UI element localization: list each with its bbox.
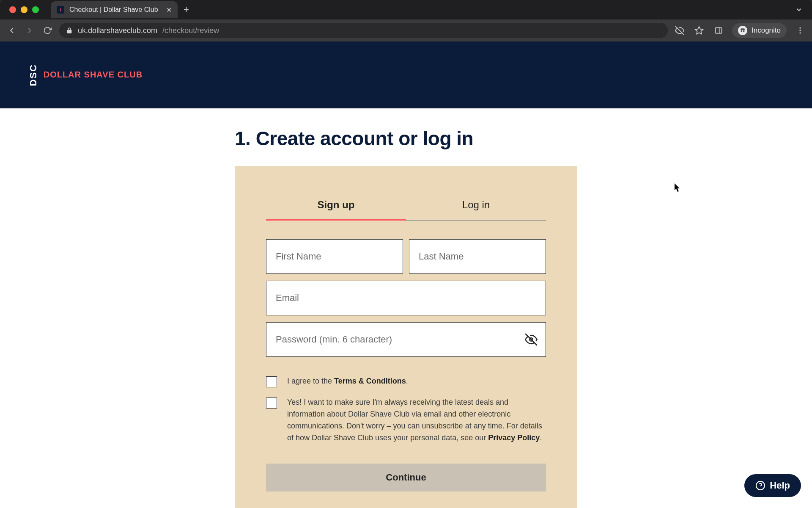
panel-icon[interactable] [713, 25, 724, 36]
address-bar[interactable]: uk.dollarshaveclub.com/checkout/review [59, 23, 668, 38]
marketing-label: Yes! I want to make sure I'm always rece… [287, 397, 546, 444]
toolbar-right: Incognito [674, 23, 806, 38]
help-icon [755, 480, 765, 491]
step-title: 1. Create account or log in [235, 127, 577, 150]
url-host: uk.dollarshaveclub.com [78, 26, 157, 35]
terms-link[interactable]: Terms & Conditions [334, 377, 406, 385]
first-name-input[interactable] [266, 239, 403, 274]
favicon-icon: i [57, 6, 64, 14]
incognito-icon [738, 26, 747, 35]
tab-signup[interactable]: Sign up [266, 191, 406, 220]
incognito-chip[interactable]: Incognito [732, 23, 787, 38]
tab-signup-label: Sign up [318, 199, 355, 210]
svg-point-7 [799, 32, 801, 33]
logo-mark: DSC [30, 64, 38, 86]
help-button[interactable]: Help [744, 474, 801, 497]
toolbar: uk.dollarshaveclub.com/checkout/review I… [0, 19, 812, 41]
svg-point-5 [799, 28, 801, 29]
privacy-link[interactable]: Privacy Policy [488, 433, 540, 442]
fullscreen-window-button[interactable] [32, 6, 39, 13]
continue-button[interactable]: Continue [266, 464, 546, 491]
terms-suffix: . [406, 377, 408, 385]
email-input[interactable] [266, 281, 546, 315]
titlebar: i Checkout | Dollar Shave Club ✕ + [0, 0, 812, 19]
terms-label: I agree to the Terms & Conditions. [287, 375, 408, 387]
close-tab-button[interactable]: ✕ [166, 6, 172, 14]
terms-prefix: I agree to the [287, 377, 334, 385]
signup-form: I agree to the Terms & Conditions. Yes! … [266, 239, 546, 491]
new-tab-button[interactable]: + [184, 4, 189, 15]
browser-tab[interactable]: i Checkout | Dollar Shave Club ✕ [51, 1, 178, 18]
site-header: DSC DOLLAR SHAVE CLUB [0, 41, 812, 108]
window-controls [0, 6, 39, 13]
minimize-window-button[interactable] [21, 6, 27, 13]
auth-card: Sign up Log in [235, 166, 577, 508]
marketing-row: Yes! I want to make sure I'm always rece… [266, 397, 546, 444]
browser-chrome: i Checkout | Dollar Shave Club ✕ + uk.do… [0, 0, 812, 41]
tab-login[interactable]: Log in [406, 191, 546, 220]
brand-logo[interactable]: DSC DOLLAR SHAVE CLUB [30, 64, 143, 86]
svg-marker-0 [695, 27, 703, 34]
marketing-suffix: . [540, 433, 542, 442]
terms-row: I agree to the Terms & Conditions. [266, 375, 546, 387]
svg-rect-1 [716, 28, 722, 33]
eye-off-icon[interactable] [674, 25, 686, 36]
page-content: DSC DOLLAR SHAVE CLUB 1. Create account … [0, 41, 812, 508]
eye-off-icon [525, 333, 538, 346]
svg-point-6 [799, 30, 801, 31]
last-name-input[interactable] [409, 239, 546, 274]
forward-button[interactable] [24, 25, 36, 36]
tab-title: Checkout | Dollar Shave Club [69, 6, 158, 14]
terms-checkbox[interactable] [266, 376, 277, 387]
continue-label: Continue [386, 472, 426, 483]
password-input[interactable] [266, 322, 546, 357]
tabs-overflow-button[interactable] [795, 6, 803, 14]
password-visibility-toggle[interactable] [525, 333, 538, 346]
incognito-label: Incognito [752, 26, 781, 35]
marketing-checkbox[interactable] [266, 398, 277, 409]
auth-tabs: Sign up Log in [266, 191, 546, 221]
close-window-button[interactable] [9, 6, 16, 13]
logo-text: DOLLAR SHAVE CLUB [44, 70, 143, 80]
bookmark-star-button[interactable] [693, 25, 705, 36]
help-label: Help [770, 480, 790, 491]
back-button[interactable] [6, 25, 18, 36]
kebab-menu-button[interactable] [794, 25, 806, 36]
svg-point-4 [743, 30, 745, 32]
tab-login-label: Log in [462, 199, 490, 210]
reload-button[interactable] [41, 25, 53, 36]
main: 1. Create account or log in Sign up Log … [0, 108, 812, 508]
svg-point-3 [741, 30, 742, 32]
lock-icon [66, 27, 73, 34]
url-path: /checkout/review [162, 26, 219, 35]
